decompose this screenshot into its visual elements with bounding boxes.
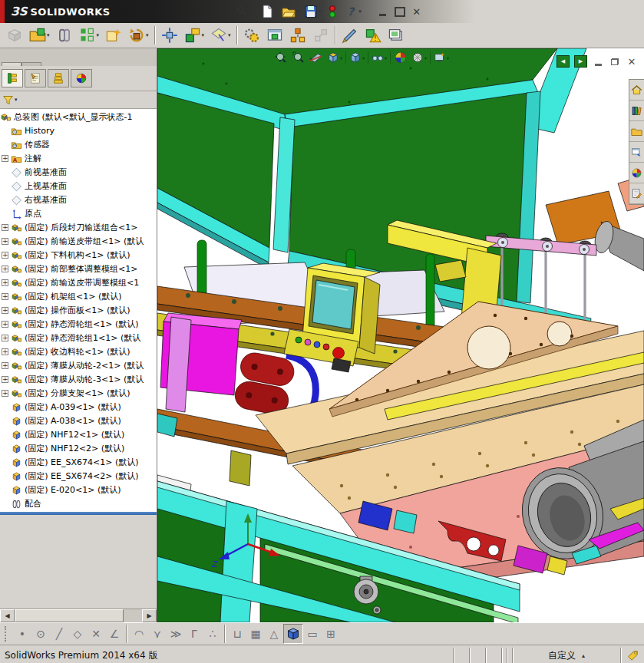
part-button[interactable]: + (固定) E-020<1> (默认): [0, 483, 157, 496]
part-button[interactable]: + (固定) EE_SX674<1> (默认): [0, 455, 157, 469]
assembly-button[interactable]: + (固定) 薄膜从动轮-2<1> (默认: [0, 358, 157, 372]
zoom-area-button[interactable]: ▾: [292, 50, 307, 65]
exploded-view-button[interactable]: ▾: [286, 24, 309, 47]
part-button[interactable]: + (固定) NHF12<1> (默认): [0, 427, 157, 441]
custom-dropdown[interactable]: 自定义 ▴: [512, 648, 620, 663]
traffic-light-button[interactable]: ▾: [323, 2, 342, 21]
toolbar-grip[interactable]: [5, 626, 10, 642]
custom-properties-button[interactable]: [629, 183, 644, 204]
insert-component-button[interactable]: ▾: [26, 24, 53, 47]
assembly-button[interactable]: + (固定) 后段封刀输送组合<1>: [0, 220, 157, 234]
move-component-button[interactable]: ▾: [158, 24, 181, 47]
zoom-fit-button[interactable]: ▾: [274, 50, 289, 65]
view-palette-button[interactable]: [629, 142, 644, 163]
configurationmanager-button[interactable]: [48, 69, 69, 87]
four-viewport[interactable]: ⊞: [322, 625, 340, 643]
expand-icon[interactable]: +: [2, 252, 8, 259]
sketch-polygon[interactable]: ◇: [68, 625, 87, 643]
panel-hscrollbar[interactable]: ◀ ▶: [0, 609, 157, 622]
single-viewport[interactable]: ▭: [303, 625, 322, 643]
assembly-button[interactable]: + (固定) 机架组<1> (默认): [0, 289, 157, 303]
assembly-feature-button[interactable]: ▾: [181, 24, 208, 47]
search-icon[interactable]: [233, 4, 249, 19]
assembly-button[interactable]: + (固定) 薄膜从动轮-3<1> (默认: [0, 372, 157, 386]
expand-icon[interactable]: +: [2, 279, 8, 286]
doc-restore-button[interactable]: [609, 56, 621, 67]
relation-arc[interactable]: ◠: [130, 625, 148, 643]
edit-appearance-button[interactable]: ▾: [394, 50, 409, 65]
reference-geometry-button[interactable]: ▾: [207, 24, 234, 47]
expand-icon[interactable]: +: [2, 238, 8, 245]
origin-button[interactable]: + 原点: [0, 206, 157, 220]
design-library-button[interactable]: [629, 101, 644, 121]
rotate-component-button[interactable]: ▾: [125, 24, 152, 47]
expand-icon[interactable]: +: [2, 307, 8, 314]
assembly-button[interactable]: + (固定) 静态滑轮组1<1> (默认: [0, 331, 157, 345]
view-orientation-button[interactable]: ▾: [327, 50, 342, 65]
section-view-button[interactable]: ▾: [309, 50, 325, 65]
relation-points[interactable]: ∴: [203, 625, 222, 643]
part-button[interactable]: + (固定) NHF12<2> (默认): [0, 441, 157, 455]
view-settings-button[interactable]: ▾: [434, 50, 449, 65]
close-button[interactable]: ✕: [408, 4, 425, 19]
smart-component-button[interactable]: ▾: [102, 24, 125, 47]
sketch-point[interactable]: •: [13, 625, 31, 643]
linear-pattern-button[interactable]: ▾: [76, 24, 103, 47]
help-button[interactable]: ? ▾: [342, 2, 364, 21]
explode-sketch-button[interactable]: ▾: [309, 24, 332, 47]
mates-clip-button[interactable]: + 配合: [0, 496, 157, 510]
assembly-button[interactable]: + (固定) 静态滑轮组<1> (默认): [0, 317, 157, 331]
expand-icon[interactable]: +: [2, 335, 8, 341]
part-button[interactable]: + (固定) A-039<1> (默认): [0, 400, 157, 414]
part-button[interactable]: + (固定) A-038<1> (默认): [0, 414, 157, 427]
annotations-folder-button[interactable]: + A 注解: [0, 151, 157, 165]
scroll-right-icon[interactable]: ▶: [142, 609, 157, 622]
draft-analysis[interactable]: △: [265, 625, 283, 643]
resources-home-button[interactable]: [629, 80, 644, 101]
assembly-button[interactable]: + (固定) 分膜支架<1> (默认): [0, 386, 157, 400]
next-window-button[interactable]: ▶: [574, 55, 587, 68]
featuremanager-button[interactable]: [2, 69, 23, 87]
expand-icon[interactable]: +: [2, 155, 8, 162]
expand-icon[interactable]: +: [2, 224, 8, 231]
sketch-circle[interactable]: ⊙: [31, 625, 50, 643]
interference-detection-button[interactable]: ▾: [240, 24, 263, 47]
sketch-line[interactable]: ╱: [50, 625, 68, 643]
image-capture-button[interactable]: ▾: [385, 24, 408, 47]
assembly-button[interactable]: + (固定) 收边料轮<1> (默认): [0, 345, 157, 358]
previous-window-button[interactable]: ◀: [556, 55, 570, 68]
propertymanager-button[interactable]: [25, 69, 46, 87]
dimension-tool[interactable]: ⊔: [228, 625, 246, 643]
doc-close-button[interactable]: ✕: [626, 56, 638, 67]
graphics-viewport[interactable]: Z ▾ ▾ ▾ ▾ ▾: [157, 48, 644, 622]
plane-button[interactable]: + 上视基准面: [0, 179, 157, 193]
file-explorer-button[interactable]: [629, 121, 644, 142]
shaded-view[interactable]: [283, 624, 303, 644]
assembly-button[interactable]: + (固定) 前部整体调整模组<1>: [0, 262, 157, 275]
relation-vee[interactable]: ⋎: [148, 625, 167, 643]
apply-scene-button[interactable]: ▾: [411, 50, 427, 65]
assembly-root-button[interactable]: 总装图 (默认<默认_显示状态-1: [0, 110, 157, 124]
assembly-button[interactable]: + (固定) 操作面板<1> (默认): [0, 303, 157, 317]
sketch-angle[interactable]: ∠: [105, 625, 124, 643]
minimize-button[interactable]: [375, 4, 391, 19]
display-style-button[interactable]: ▾: [349, 50, 365, 65]
open-file-button[interactable]: ▾: [279, 2, 302, 21]
plane-button[interactable]: + 前视基准面: [0, 165, 157, 179]
new-file-button[interactable]: ▾: [258, 2, 280, 21]
plane-button[interactable]: + 右视基准面: [0, 193, 157, 206]
scroll-thumb[interactable]: [15, 609, 124, 622]
mate-button[interactable]: ▾: [53, 24, 76, 47]
assembly-button[interactable]: + (固定) 下料机构<1> (默认): [0, 248, 157, 262]
expand-icon[interactable]: +: [2, 362, 8, 369]
filter-funnel-icon[interactable]: [2, 94, 14, 106]
expand-icon[interactable]: +: [2, 390, 8, 397]
appearances-button[interactable]: [629, 163, 644, 183]
history-folder-button[interactable]: + History: [0, 124, 157, 137]
assembly-button[interactable]: + (固定) 前输送皮带组<1> (默认: [0, 234, 157, 248]
save-file-button[interactable]: ▾: [302, 2, 324, 21]
doc-minimize-button[interactable]: [592, 56, 604, 67]
sensors-folder-button[interactable]: + 传感器: [0, 137, 157, 151]
hide-show-items-button[interactable]: ▾: [372, 50, 387, 65]
edit-component-button[interactable]: ▾: [3, 24, 26, 47]
